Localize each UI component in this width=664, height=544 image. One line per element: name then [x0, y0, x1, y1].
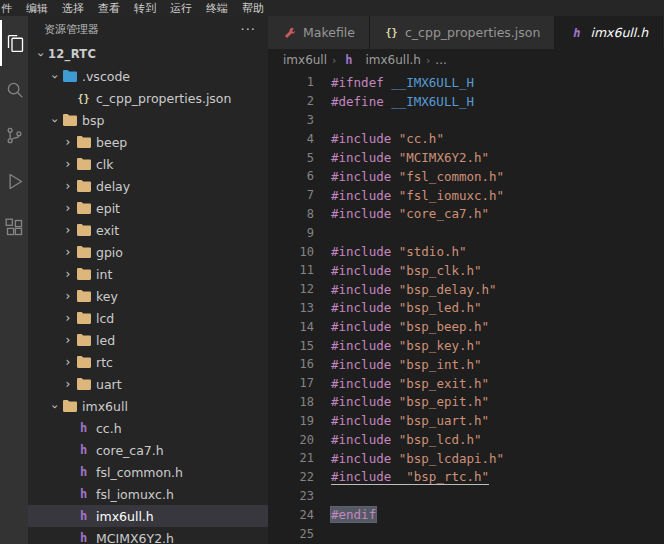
code-line-18[interactable]: 18#include "bsp_epit.h": [268, 393, 664, 412]
code-token: #include: [331, 169, 391, 184]
folder-item-led[interactable]: ›led: [28, 329, 268, 351]
code-line-14[interactable]: 14#include "bsp_beep.h": [268, 317, 664, 336]
menu-item-编辑[interactable]: 编辑: [19, 1, 55, 16]
line-number: 3: [268, 113, 331, 127]
code-line-22[interactable]: 22#include "bsp_rtc.h": [268, 468, 664, 487]
folder-icon: [76, 158, 91, 170]
menu-item-运行[interactable]: 运行: [163, 1, 199, 16]
folder-icon: [76, 224, 91, 236]
file-item-MCIMX6Y2.h[interactable]: hMCIMX6Y2.h: [28, 527, 268, 544]
folder-item-clk[interactable]: ›clk: [28, 153, 268, 175]
breadcrumb-item-imx6ull.h[interactable]: himx6ull.h: [341, 53, 420, 67]
line-content: #include "bsp_delay.h": [331, 282, 497, 297]
folder-item-key[interactable]: ›key: [28, 285, 268, 307]
code-line-19[interactable]: 19#include "bsp_uart.h": [268, 411, 664, 430]
code-line-20[interactable]: 20#include "bsp_lcd.h": [268, 430, 664, 449]
file-item-core_ca7.h[interactable]: hcore_ca7.h: [28, 439, 268, 461]
breadcrumb-item-...[interactable]: ...: [435, 53, 446, 67]
item-label: gpio: [96, 245, 123, 260]
folder-item-beep[interactable]: ›beep: [28, 131, 268, 153]
file-item-fsl_iomuxc.h[interactable]: hfsl_iomuxc.h: [28, 483, 268, 505]
code-line-11[interactable]: 11#include "bsp_clk.h": [268, 261, 664, 280]
code-token: #include: [331, 394, 391, 409]
item-label: uart: [96, 377, 122, 392]
source-control-icon[interactable]: [0, 112, 28, 158]
code-line-9[interactable]: 9: [268, 223, 664, 242]
folder-item-12_RTC[interactable]: ›12_RTC: [28, 43, 268, 65]
folder-item-delay[interactable]: ›delay: [28, 175, 268, 197]
line-content: #include "bsp_lcd.h": [331, 432, 482, 447]
code-line-10[interactable]: 10#include "stdio.h": [268, 242, 664, 261]
explorer-icon[interactable]: [0, 20, 28, 66]
code-token: [391, 394, 399, 409]
tab-imx6ull.h[interactable]: himx6ull.h: [555, 16, 663, 49]
menu-item-件[interactable]: 件: [0, 1, 19, 16]
code-token: #include: [331, 131, 391, 146]
breadcrumb-item-imx6ull[interactable]: imx6ull: [283, 53, 327, 67]
code-line-6[interactable]: 6#include "fsl_common.h": [268, 167, 664, 186]
extensions-icon[interactable]: [0, 204, 28, 250]
line-content: #include "bsp_lcdapi.h": [331, 451, 504, 466]
code-line-12[interactable]: 12#include "bsp_delay.h": [268, 280, 664, 299]
code-line-25[interactable]: 25: [268, 524, 664, 543]
chevron-right-icon: ›: [60, 268, 76, 280]
chevron-right-icon: ›: [60, 334, 76, 346]
explorer-title: 资源管理器: [44, 22, 99, 37]
code-line-21[interactable]: 21#include "bsp_lcdapi.h": [268, 449, 664, 468]
tab-Makefile[interactable]: Makefile: [268, 16, 370, 49]
folder-item-gpio[interactable]: ›gpio: [28, 241, 268, 263]
code-token: "bsp_clk.h": [399, 263, 482, 278]
breadcrumb: imx6ull›himx6ull.h›...: [268, 49, 664, 71]
folder-item-.vscode[interactable]: ›.vscode: [28, 65, 268, 87]
code-line-16[interactable]: 16#include "bsp_int.h": [268, 355, 664, 374]
code-editor[interactable]: 1#ifndef __IMX6ULL_H2#define __IMX6ULL_H…: [268, 71, 664, 544]
chevron-right-icon: ›: [60, 356, 76, 368]
folder-item-uart[interactable]: ›uart: [28, 373, 268, 395]
menu-item-帮助[interactable]: 帮助: [235, 1, 271, 16]
item-label: delay: [96, 179, 130, 194]
folder-item-exit[interactable]: ›exit: [28, 219, 268, 241]
code-line-24[interactable]: 24#endif: [268, 505, 664, 524]
folder-item-lcd[interactable]: ›lcd: [28, 307, 268, 329]
code-token: "bsp_int.h": [399, 357, 482, 372]
code-token: #include: [331, 357, 391, 372]
folder-item-epit[interactable]: ›epit: [28, 197, 268, 219]
file-item-c_cpp_properties.json[interactable]: {}c_cpp_properties.json: [28, 87, 268, 109]
chevron-right-icon: ›: [60, 290, 76, 302]
folder-item-bsp[interactable]: ›bsp: [28, 109, 268, 131]
more-actions-button[interactable]: ···: [241, 22, 256, 37]
folder-item-rtc[interactable]: ›rtc: [28, 351, 268, 373]
folder-icon: [76, 356, 91, 368]
chevron-right-icon: ›: [60, 202, 76, 214]
run-debug-icon[interactable]: [0, 158, 28, 204]
code-token: "bsp_lcd.h": [399, 432, 482, 447]
code-line-13[interactable]: 13#include "bsp_led.h": [268, 299, 664, 318]
code-line-23[interactable]: 23: [268, 487, 664, 506]
explorer-sidebar: 资源管理器 ··· ›12_RTC›.vscode{}c_cpp_propert…: [28, 16, 268, 544]
code-line-1[interactable]: 1#ifndef __IMX6ULL_H: [268, 73, 664, 92]
file-item-fsl_common.h[interactable]: hfsl_common.h: [28, 461, 268, 483]
code-line-4[interactable]: 4#include "cc.h": [268, 129, 664, 148]
search-icon[interactable]: [0, 66, 28, 112]
tab-label: Makefile: [303, 25, 355, 40]
code-line-5[interactable]: 5#include "MCIMX6Y2.h": [268, 148, 664, 167]
line-number: 11: [268, 263, 331, 277]
code-line-15[interactable]: 15#include "bsp_key.h": [268, 336, 664, 355]
code-line-7[interactable]: 7#include "fsl_iomuxc.h": [268, 186, 664, 205]
folder-item-imx6ull[interactable]: ›imx6ull: [28, 395, 268, 417]
code-line-3[interactable]: 3: [268, 111, 664, 130]
folder-item-int[interactable]: ›int: [28, 263, 268, 285]
file-item-imx6ull.h[interactable]: himx6ull.h: [28, 505, 268, 527]
tab-c_cpp_properties.json[interactable]: {}c_cpp_properties.json: [370, 16, 555, 49]
code-token: "cc.h": [399, 131, 444, 146]
menu-item-终端[interactable]: 终端: [199, 1, 235, 16]
code-token: #include: [331, 263, 391, 278]
menu-item-查看[interactable]: 查看: [91, 1, 127, 16]
code-line-17[interactable]: 17#include "bsp_exit.h": [268, 374, 664, 393]
code-token: [391, 131, 399, 146]
code-line-8[interactable]: 8#include "core_ca7.h": [268, 205, 664, 224]
file-item-cc.h[interactable]: hcc.h: [28, 417, 268, 439]
menu-item-选择[interactable]: 选择: [55, 1, 91, 16]
menu-item-转到[interactable]: 转到: [127, 1, 163, 16]
code-line-2[interactable]: 2#define __IMX6ULL_H: [268, 92, 664, 111]
